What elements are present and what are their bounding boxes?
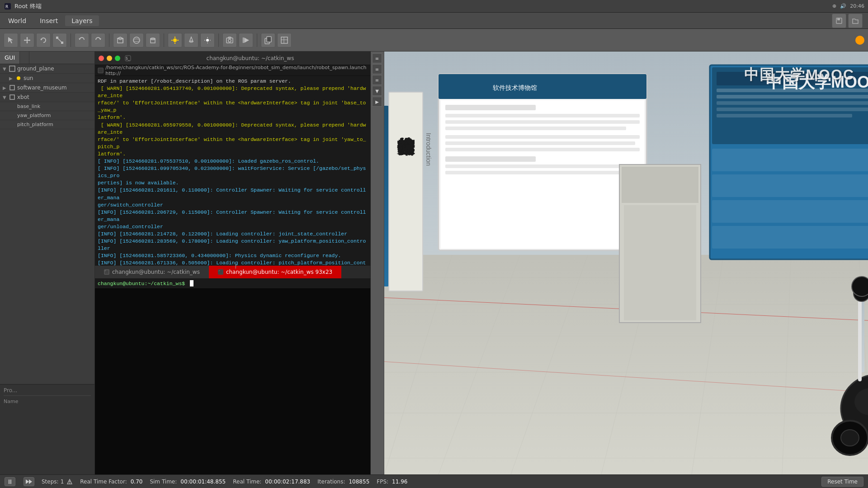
menu-world[interactable]: World (2, 15, 33, 26)
sidebar-tab-2[interactable] (20, 52, 29, 64)
tray-time: 20:46 (850, 3, 864, 9)
toolbar-sep-1 (71, 33, 71, 47)
undo-btn[interactable] (75, 33, 89, 47)
svg-point-23 (173, 38, 177, 42)
open-world-btn[interactable] (848, 14, 863, 28)
pause-btn[interactable]: ⏸ (5, 477, 15, 486)
svg-rect-42 (281, 37, 288, 43)
terminal-tab-1-label: changkun@ubuntu: ~/catkin_ws (112, 269, 200, 275)
tree-label-2: xbot (17, 94, 29, 100)
box-tool-btn[interactable] (113, 33, 127, 47)
svg-marker-7 (26, 42, 28, 43)
toolbar-sep-3 (164, 33, 164, 47)
select-tool-btn[interactable] (4, 33, 18, 47)
tree-label: yaw_platform (17, 113, 51, 118)
tree-item-p3[interactable]: pitch_platform (0, 120, 94, 129)
svg-rect-90 (445, 156, 536, 162)
steps-icon (66, 479, 73, 485)
term-line: [INFO] [1524660281.201611, 0.110000]: Co… (98, 187, 368, 201)
terminal-input[interactable] (187, 281, 190, 286)
terminal-tab-1[interactable]: ⬛ changkun@ubuntu: ~/catkin_ws (95, 266, 209, 278)
svg-rect-91 (445, 164, 640, 168)
simtime-item: Sim Time: 00:00:01:48.855 (150, 479, 226, 485)
term-line: perties] is now available. (98, 179, 368, 187)
grid-tool-btn[interactable] (277, 33, 292, 47)
toolbar-sep-5 (257, 33, 257, 47)
sun-light-btn[interactable] (168, 33, 182, 47)
prop-key: Name (4, 399, 31, 404)
tree-item-robot-desc[interactable]: ▶ software_museum (0, 83, 94, 93)
redo-btn[interactable] (91, 33, 105, 47)
gazebo-sidebar: GUI ▼ ground_plane ▶ sun ▶ software_muse… (0, 52, 95, 474)
menu-insert[interactable]: Insert (33, 15, 64, 26)
terminal-input-area[interactable]: changkun@ubuntu:~/catkin_ws$ (95, 278, 370, 288)
sun-icon (15, 75, 22, 81)
record-btn[interactable] (239, 33, 253, 47)
svg-rect-47 (10, 85, 14, 90)
spotlight-btn[interactable] (184, 33, 198, 47)
tree-item-p1[interactable]: base_link (0, 102, 94, 111)
svg-rect-103 (712, 200, 868, 223)
vp-sidebar-btn-4[interactable]: ▼ (372, 86, 382, 96)
tree-label: sun (24, 75, 33, 81)
term-line: [INFO] [1524660281.214728, 0.122000]: Lo… (98, 230, 368, 238)
svg-text:软件技术博物馆: 软件技术博物馆 (493, 84, 537, 91)
terminal-close-btn[interactable] (99, 56, 104, 61)
tree-item-p2[interactable]: yaw_platform (0, 111, 94, 120)
svg-rect-101 (712, 149, 868, 171)
svg-rect-102 (712, 174, 868, 197)
terminal-empty: | (95, 288, 370, 474)
menu-layers[interactable]: Layers (65, 15, 99, 26)
sidebar-tab-world[interactable]: GUI (0, 52, 20, 64)
save-world-btn[interactable] (832, 14, 846, 28)
pointlight-btn[interactable] (200, 33, 215, 47)
reset-time-btn[interactable]: Reset Time (821, 477, 863, 487)
screenshot-tool-btn[interactable] (222, 33, 237, 47)
3d-viewport[interactable]: ≡ ≡ ≡ ▼ ▶ (371, 52, 868, 474)
realtime-item: Real Time: 00:00:02:17.883 (233, 479, 310, 485)
title-bar: R Root 终端 ⊕ 🔊 20:46 (0, 0, 868, 13)
vp-sidebar-btn-1[interactable]: ≡ (372, 53, 382, 63)
scene-svg: 软件技术博物馆简介 Introduction 软件技术博物馆 (384, 52, 868, 474)
terminal-output[interactable]: RDF in parameter [/robot_description] on… (95, 76, 370, 266)
svg-rect-92 (445, 171, 640, 174)
term-line: ger/switch_controller (98, 202, 368, 209)
term-line: ger/unload_controller (98, 223, 368, 230)
terminal-min-btn[interactable] (107, 56, 112, 61)
menu-bar: World Insert Layers (0, 13, 868, 29)
sphere-tool-btn[interactable] (129, 33, 144, 47)
svg-point-119 (841, 430, 859, 446)
copy-tool-btn[interactable] (261, 33, 275, 47)
term-tab-icon: ⬛ (104, 269, 109, 275)
term-tab-icon-2: ⬛ (218, 269, 223, 275)
vp-sidebar-btn-3[interactable]: ≡ (372, 75, 382, 85)
viewport-left-toolbar: ≡ ≡ ≡ ▼ ▶ (371, 52, 384, 474)
tree-item-sun[interactable]: ▶ sun (0, 74, 94, 83)
svg-rect-97 (717, 95, 868, 99)
tree-item-expanded[interactable]: ▼ xbot (0, 93, 94, 102)
translate-tool-btn[interactable] (20, 33, 34, 47)
model-icon-2 (9, 94, 15, 100)
rotate-tool-btn[interactable] (36, 33, 51, 47)
vp-sidebar-btn-5[interactable]: ▶ (372, 97, 382, 107)
realtime-factor-item: Real Time Factor: 0.70 (80, 479, 142, 485)
tree-item-ground-plane[interactable]: ▼ ground_plane (0, 64, 94, 74)
fps-label: FPS: (377, 479, 388, 485)
cylinder-tool-btn[interactable] (146, 33, 160, 47)
realtime-value: 00:00:02:17.883 (265, 479, 310, 485)
fps-value: 11.96 (392, 479, 407, 485)
svg-marker-122 (26, 479, 29, 484)
terminal-prompt: changkun@ubuntu:~/catkin_ws$ (98, 281, 185, 286)
terminal-tab-2[interactable]: ⬛ changkun@ubuntu: ~/catkin_ws 93x23 (209, 266, 341, 278)
terminal-max-btn[interactable] (115, 56, 120, 61)
scale-tool-btn[interactable] (52, 33, 67, 47)
main-toolbar (0, 29, 868, 52)
watermark-overlay: 中国大学MOOC (744, 65, 854, 85)
steps-value: 1 (61, 479, 64, 485)
term-line: [INFO] [1524660281.585723360, 0.43400000… (98, 252, 368, 259)
steps-item: Steps: 1 (42, 479, 73, 485)
vp-sidebar-btn-2[interactable]: ≡ (372, 64, 382, 74)
step-btn[interactable] (24, 477, 34, 486)
svg-rect-3 (837, 18, 840, 20)
terminal-cursor (190, 280, 193, 286)
